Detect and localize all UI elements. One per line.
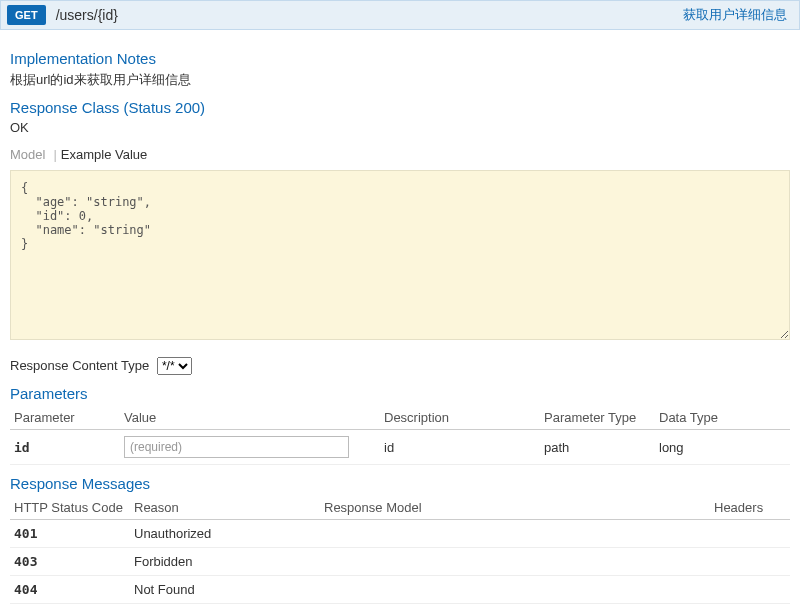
response-code: 403	[10, 548, 130, 576]
response-content-type-select[interactable]: */*	[157, 357, 192, 375]
parameters-header-row: Parameter Value Description Parameter Ty…	[10, 406, 790, 430]
response-message-row: 403Forbidden	[10, 548, 790, 576]
parameter-name: id	[10, 430, 120, 465]
operation-body: Implementation Notes 根据url的id来获取用户详细信息 R…	[0, 30, 800, 608]
response-message-row: 404Not Found	[10, 576, 790, 604]
parameters-table: Parameter Value Description Parameter Ty…	[10, 406, 790, 465]
response-headers	[710, 520, 790, 548]
tab-model[interactable]: Model	[10, 145, 49, 164]
parameter-data-type: long	[655, 430, 790, 465]
response-reason: Unauthorized	[130, 520, 320, 548]
col-headers: Headers	[710, 496, 790, 520]
response-content-type-row: Response Content Type */*	[10, 357, 790, 375]
col-response-model: Response Model	[320, 496, 710, 520]
tab-example-value[interactable]: Example Value	[61, 145, 151, 164]
response-tabs: Model|Example Value	[10, 145, 790, 164]
col-data-type: Data Type	[655, 406, 790, 430]
tab-separator: |	[53, 147, 56, 162]
response-messages-table: HTTP Status Code Reason Response Model H…	[10, 496, 790, 604]
response-messages-header-row: HTTP Status Code Reason Response Model H…	[10, 496, 790, 520]
col-reason: Reason	[130, 496, 320, 520]
response-headers	[710, 548, 790, 576]
col-value: Value	[120, 406, 380, 430]
operation-header[interactable]: GET /users/{id} 获取用户详细信息	[0, 0, 800, 30]
response-model	[320, 520, 710, 548]
response-model	[320, 576, 710, 604]
implementation-notes-heading: Implementation Notes	[10, 50, 790, 67]
parameter-value-cell	[120, 430, 380, 465]
response-class-status: OK	[10, 120, 790, 135]
response-code: 401	[10, 520, 130, 548]
parameter-description: id	[380, 430, 540, 465]
response-code: 404	[10, 576, 130, 604]
operation-path: /users/{id}	[56, 7, 683, 23]
response-class-heading: Response Class (Status 200)	[10, 99, 790, 116]
parameter-type: path	[540, 430, 655, 465]
response-reason: Forbidden	[130, 548, 320, 576]
response-content-type-label: Response Content Type	[10, 358, 149, 373]
col-parameter: Parameter	[10, 406, 120, 430]
response-message-row: 401Unauthorized	[10, 520, 790, 548]
http-method-badge: GET	[7, 5, 46, 25]
parameter-row: id id path long	[10, 430, 790, 465]
response-headers	[710, 576, 790, 604]
col-parameter-type: Parameter Type	[540, 406, 655, 430]
implementation-notes-text: 根据url的id来获取用户详细信息	[10, 71, 790, 89]
parameters-heading: Parameters	[10, 385, 790, 402]
response-model	[320, 548, 710, 576]
col-description: Description	[380, 406, 540, 430]
operation-summary: 获取用户详细信息	[683, 6, 787, 24]
example-value-box[interactable]	[10, 170, 790, 340]
response-reason: Not Found	[130, 576, 320, 604]
parameter-value-input[interactable]	[124, 436, 349, 458]
response-messages-heading: Response Messages	[10, 475, 790, 492]
col-http-status-code: HTTP Status Code	[10, 496, 130, 520]
